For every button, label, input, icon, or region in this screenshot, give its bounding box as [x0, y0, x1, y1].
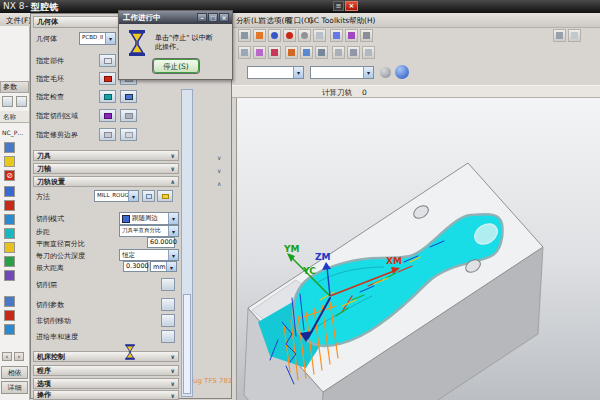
menu-gc-toolkits[interactable]: GC Toolkits — [308, 16, 349, 25]
program-section-bar[interactable]: 程序 ∨ — [33, 365, 179, 376]
combo-dropdown-icon[interactable]: ▾ — [128, 191, 138, 201]
view-combo[interactable]: ▾ — [247, 66, 304, 79]
toolbar-icon[interactable] — [362, 46, 375, 59]
flashlight-icon[interactable] — [120, 90, 137, 103]
layer-combo[interactable]: ▾ — [310, 66, 374, 79]
select-blank-icon[interactable] — [99, 72, 116, 85]
dialog-scrollbar[interactable] — [181, 89, 193, 397]
close-icon[interactable]: × — [345, 1, 358, 11]
combo-dropdown-icon[interactable]: ▾ — [166, 262, 176, 271]
combo-dropdown-icon[interactable]: ▾ — [168, 213, 178, 224]
toolbar-icon[interactable] — [345, 29, 358, 42]
maximize-icon[interactable]: □ — [208, 13, 218, 22]
unit-combo[interactable]: mm ▾ — [150, 261, 177, 272]
viewport-3d[interactable]: YM YC ZM XM — [237, 98, 600, 400]
minimize-icon[interactable]: – — [197, 13, 207, 22]
select-check-icon[interactable] — [99, 90, 116, 103]
toolbar-icon[interactable] — [238, 46, 251, 59]
toolbar-icon[interactable] — [330, 29, 343, 42]
cut-levels-icon[interactable] — [161, 278, 175, 291]
stepover-combo[interactable]: 刀具平直百分比 ▾ — [119, 225, 179, 237]
scroll-left-button[interactable]: ‹ — [2, 352, 12, 361]
select-cut-area-icon[interactable] — [99, 109, 116, 122]
toolbar-icon[interactable] — [268, 29, 281, 42]
key-icon[interactable] — [4, 156, 15, 167]
close-icon[interactable]: × — [219, 13, 229, 22]
max-distance-field[interactable]: 0.3000 — [123, 261, 148, 272]
select-part-icon[interactable] — [99, 54, 116, 67]
new-method-icon[interactable] — [142, 190, 155, 202]
panel-chevron-icon[interactable]: ∨ — [217, 167, 221, 174]
depth-per-cut-combo[interactable]: 恒定 ▾ — [119, 249, 179, 261]
tree-row-nc-program[interactable]: NC_P… — [2, 129, 23, 136]
display-trim-icon[interactable] — [120, 128, 137, 141]
resource-bar-icon[interactable] — [4, 324, 15, 335]
window-menu-icon[interactable]: ≡ — [333, 1, 344, 11]
toolbar-icon[interactable] — [332, 46, 345, 59]
combo-dropdown-icon[interactable]: ▾ — [293, 67, 303, 78]
wrench-icon[interactable] — [157, 190, 173, 202]
toolbar-icon[interactable] — [315, 46, 328, 59]
panel-chevron-icon[interactable]: ∧ — [217, 180, 221, 187]
resource-bar-icon[interactable] — [4, 228, 15, 239]
panel-chevron-icon[interactable]: ∨ — [217, 154, 221, 161]
dependencies-tab[interactable]: 相依 — [1, 366, 28, 379]
feeds-speeds-icon[interactable] — [161, 330, 175, 343]
resource-bar-icon[interactable] — [4, 270, 15, 281]
toolbar-icon[interactable] — [553, 29, 566, 42]
gray-sphere-icon[interactable] — [380, 67, 391, 78]
percent-flat-field[interactable]: 60.0000 — [147, 237, 175, 248]
toolbar-icon[interactable] — [360, 29, 373, 42]
stop-button[interactable]: 停止(S) — [153, 59, 199, 73]
menu-file[interactable]: 文件(F) — [6, 16, 31, 26]
combo-dropdown-icon[interactable]: ▾ — [105, 33, 115, 44]
combo-dropdown-icon[interactable]: ▾ — [363, 67, 373, 78]
toolbar-icon[interactable] — [268, 46, 281, 59]
path-settings-section-bar[interactable]: 刀轨设置 ∧ — [33, 176, 179, 187]
toolbar-icon[interactable] — [285, 46, 298, 59]
resource-bar-icon[interactable] — [4, 256, 15, 267]
toolbar-icon[interactable] — [253, 46, 266, 59]
toolbar-icon[interactable] — [568, 29, 581, 42]
resource-bar-icon[interactable] — [4, 296, 15, 307]
cutting-parameters-icon[interactable] — [161, 298, 175, 311]
display-cut-area-icon[interactable] — [120, 109, 137, 122]
resource-bar-icon[interactable] — [4, 242, 15, 253]
toolbar-icon[interactable] — [238, 29, 251, 42]
menu-analysis[interactable]: 分析(L) — [236, 16, 261, 26]
select-trim-icon[interactable] — [99, 128, 116, 141]
navigator-toolbar-icon[interactable] — [16, 96, 27, 107]
tree-item-icon[interactable] — [4, 142, 15, 153]
resource-bar-icon[interactable] — [4, 310, 15, 321]
blue-sphere-icon[interactable] — [395, 65, 409, 79]
menu-help[interactable]: 帮助(H) — [349, 16, 376, 26]
toolbar-icon[interactable] — [253, 29, 266, 42]
tool-axis-section-bar[interactable]: 刀轴 ∨ — [33, 163, 179, 174]
resource-bar-icon[interactable] — [4, 186, 15, 197]
actions-section-bar[interactable]: 操作 ∨ — [33, 390, 179, 400]
toolbar-icon[interactable] — [283, 29, 296, 42]
details-tab[interactable]: 详细 — [1, 381, 28, 394]
non-cutting-moves-icon[interactable] — [161, 314, 175, 327]
geometry-combo[interactable]: PCBD_II ▾ — [79, 32, 116, 45]
combo-dropdown-icon[interactable]: ▾ — [168, 250, 178, 260]
resource-bar-icon[interactable] — [4, 200, 15, 211]
scroll-right-button[interactable]: › — [14, 352, 24, 361]
toolbar-icon[interactable] — [298, 29, 311, 42]
navigator-toolbar-icon[interactable] — [2, 96, 13, 107]
name-column-header[interactable]: 名称 — [0, 111, 29, 123]
toolbar-icon[interactable] — [313, 29, 326, 42]
cut-pattern-combo[interactable]: 跟随周边 ▾ — [119, 212, 179, 225]
no-entry-icon[interactable]: ⊘ — [4, 170, 15, 181]
dialog-scrollbar-thumb[interactable] — [183, 294, 191, 394]
tool-section-bar[interactable]: 刀具 ∨ — [33, 150, 179, 161]
method-combo[interactable]: MILL_ROUGH ▾ — [94, 190, 139, 202]
toolbar-icon[interactable] — [300, 46, 313, 59]
machine-control-section-bar[interactable]: 机床控制 ∨ — [33, 351, 179, 362]
toolbar-icon[interactable] — [347, 46, 360, 59]
resource-bar-icon[interactable] — [4, 214, 15, 225]
progress-title-bar[interactable]: 工作进行中 – □ × — [119, 11, 232, 24]
combo-dropdown-icon[interactable]: ▾ — [168, 226, 178, 236]
navigator-header[interactable]: 参数 — [0, 81, 29, 93]
options-section-bar[interactable]: 选项 ∨ — [33, 378, 179, 389]
